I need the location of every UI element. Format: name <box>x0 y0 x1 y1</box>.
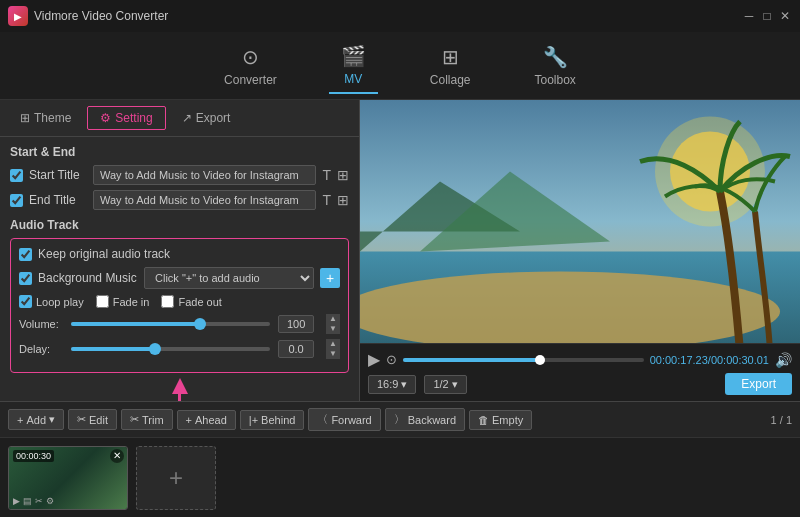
up-arrow-icon <box>172 378 188 394</box>
ratio-label: 16:9 <box>377 378 398 390</box>
start-title-text-icon[interactable]: T <box>322 167 331 183</box>
keep-original-row: Keep original audio track <box>19 247 340 261</box>
start-title-grid-icon[interactable]: ⊞ <box>337 167 349 183</box>
nav-toolbox[interactable]: 🔧 Toolbox <box>523 39 588 93</box>
nav-converter[interactable]: ⊙ Converter <box>212 39 289 93</box>
ahead-button[interactable]: + Ahead <box>177 410 236 430</box>
volume-icon[interactable]: 🔊 <box>775 352 792 368</box>
delay-slider-track[interactable] <box>71 347 270 351</box>
audio-options-row: Loop play Fade in Fade out <box>19 295 340 308</box>
ratio-button[interactable]: 16:9 ▾ <box>368 375 416 394</box>
end-title-label: End Title <box>29 193 87 207</box>
background-music-checkbox[interactable] <box>19 272 32 285</box>
title-bar: ▶ Vidmore Video Converter ─ □ ✕ <box>0 0 800 32</box>
ahead-icon: + <box>186 414 192 426</box>
nav-mv[interactable]: 🎬 MV <box>329 38 378 94</box>
volume-label: Volume: <box>19 318 63 330</box>
volume-slider-track[interactable] <box>71 322 270 326</box>
left-panel: ⊞ Theme ⚙ Setting ↗ Export Start & End S… <box>0 100 360 401</box>
forward-icon: 〈 <box>317 412 328 427</box>
trim-icon: ✂ <box>130 413 139 426</box>
nav-converter-label: Converter <box>224 73 277 87</box>
svg-point-2 <box>655 117 765 227</box>
mv-icon: 🎬 <box>341 44 366 68</box>
nav-toolbox-label: Toolbox <box>535 73 576 87</box>
app-title: Vidmore Video Converter <box>34 9 168 23</box>
start-title-label: Start Title <box>29 168 87 182</box>
clip-item: 00:00:30 ✕ ▶ ▤ ✂ ⚙ <box>8 446 128 510</box>
volume-down-button[interactable]: ▼ <box>326 324 340 334</box>
end-title-grid-icon[interactable]: ⊞ <box>337 192 349 208</box>
tab-theme[interactable]: ⊞ Theme <box>8 107 83 129</box>
tab-setting[interactable]: ⚙ Setting <box>87 106 165 130</box>
clip-duration: 00:00:30 <box>13 450 54 462</box>
audio-dropdown[interactable]: Click "+" to add audio <box>144 267 314 289</box>
add-audio-button[interactable]: + <box>320 268 340 288</box>
maximize-button[interactable]: □ <box>760 9 774 23</box>
stop-button[interactable]: ⊙ <box>386 352 397 367</box>
background-music-row: Background Music Click "+" to add audio … <box>19 267 340 289</box>
clip-play-icon: ▶ <box>13 496 20 506</box>
theme-grid-icon: ⊞ <box>20 111 30 125</box>
setting-gear-icon: ⚙ <box>100 111 111 125</box>
delay-down-button[interactable]: ▼ <box>326 349 340 359</box>
minimize-button[interactable]: ─ <box>742 9 756 23</box>
audio-track-title: Audio Track <box>10 218 349 232</box>
volume-row: Volume: 100 ▲ ▼ <box>19 314 340 334</box>
forward-button[interactable]: 〈 Forward <box>308 408 380 431</box>
edit-button[interactable]: ✂ Edit <box>68 409 117 430</box>
add-chevron-icon: ▾ <box>49 413 55 426</box>
backward-icon: 〉 <box>394 412 405 427</box>
edit-scissors-icon: ✂ <box>77 413 86 426</box>
converter-icon: ⊙ <box>242 45 259 69</box>
clip-settings-icon: ⚙ <box>46 496 54 506</box>
nav-collage[interactable]: ⊞ Collage <box>418 39 483 93</box>
export-button[interactable]: Export <box>725 373 792 395</box>
bottom-toolbar: + Add ▾ ✂ Edit ✂ Trim + Ahead |+ Behind … <box>0 401 800 437</box>
end-title-text-icon[interactable]: T <box>322 192 331 208</box>
delay-up-button[interactable]: ▲ <box>326 339 340 349</box>
ctrl-row: 16:9 ▾ 1/2 ▾ Export <box>368 373 792 395</box>
collage-icon: ⊞ <box>442 45 459 69</box>
trash-icon: 🗑 <box>478 414 489 426</box>
empty-button[interactable]: 🗑 Empty <box>469 410 532 430</box>
clip-cut-icon: ▤ <box>23 496 32 506</box>
trim-button[interactable]: ✂ Trim <box>121 409 173 430</box>
arrow-stem <box>178 394 181 401</box>
start-title-row: Start Title T ⊞ <box>10 165 349 185</box>
panel-content: Start & End Start Title T ⊞ End Title T … <box>0 137 359 401</box>
start-title-input[interactable] <box>93 165 316 185</box>
clip-close-button[interactable]: ✕ <box>110 449 124 463</box>
volume-value[interactable]: 100 <box>278 315 314 333</box>
loop-play-checkbox[interactable] <box>19 295 32 308</box>
play-button[interactable]: ▶ <box>368 350 380 369</box>
app-icon: ▶ <box>8 6 28 26</box>
page-indicator: 1 / 1 <box>771 414 792 426</box>
volume-value-box: 100 <box>278 315 318 333</box>
behind-button[interactable]: |+ Behind <box>240 410 305 430</box>
end-title-input[interactable] <box>93 190 316 210</box>
page-button[interactable]: 1/2 ▾ <box>424 375 466 394</box>
arrow-area <box>10 377 349 401</box>
video-preview <box>360 100 800 343</box>
add-clip-button[interactable]: + <box>136 446 216 510</box>
fade-out-checkbox[interactable] <box>161 295 174 308</box>
backward-button[interactable]: 〉 Backward <box>385 408 465 431</box>
keep-original-checkbox[interactable] <box>19 248 32 261</box>
clip-icons: ▶ ▤ ✂ ⚙ <box>13 496 54 506</box>
nav-collage-label: Collage <box>430 73 471 87</box>
add-button[interactable]: + Add ▾ <box>8 409 64 430</box>
end-title-checkbox[interactable] <box>10 194 23 207</box>
start-title-checkbox[interactable] <box>10 169 23 182</box>
volume-up-button[interactable]: ▲ <box>326 314 340 324</box>
close-button[interactable]: ✕ <box>778 9 792 23</box>
delay-value[interactable]: 0.0 <box>278 340 314 358</box>
main-layout: ⊞ Theme ⚙ Setting ↗ Export Start & End S… <box>0 100 800 401</box>
progress-track[interactable] <box>403 358 644 362</box>
tab-export[interactable]: ↗ Export <box>170 107 243 129</box>
clip-scissors-icon: ✂ <box>35 496 43 506</box>
ratio-chevron-icon: ▾ <box>401 378 407 391</box>
page-chevron-icon: ▾ <box>452 378 458 391</box>
fade-in-checkbox[interactable] <box>96 295 109 308</box>
add-plus-icon: + <box>17 414 23 426</box>
